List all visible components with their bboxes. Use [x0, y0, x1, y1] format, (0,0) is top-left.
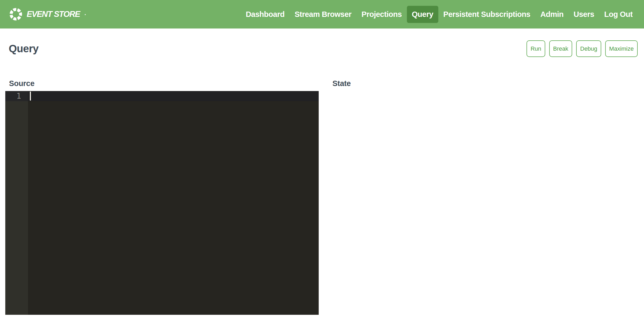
line-number: 1: [5, 91, 28, 101]
nav-item-users[interactable]: Users: [568, 6, 599, 23]
top-navbar: EVENT STORE . Dashboard Stream Browser P…: [0, 0, 644, 28]
editor-gutter: 1: [5, 91, 28, 315]
nav-item-query[interactable]: Query: [407, 6, 438, 23]
state-panel: State: [332, 79, 638, 315]
maximize-button[interactable]: Maximize: [605, 40, 638, 57]
logo-trademark-dot: .: [84, 10, 86, 21]
run-button[interactable]: Run: [527, 40, 545, 57]
source-panel: Source 1: [5, 79, 319, 315]
debug-button[interactable]: Debug: [576, 40, 601, 57]
nav-item-dashboard[interactable]: Dashboard: [241, 6, 290, 23]
event-store-logo[interactable]: EVENT STORE .: [9, 8, 86, 21]
nav-item-persistent-subscriptions[interactable]: Persistent Subscriptions: [438, 6, 535, 23]
page-title: Query: [9, 43, 39, 55]
source-heading: Source: [9, 79, 319, 88]
main-nav: Dashboard Stream Browser Projections Que…: [241, 6, 638, 23]
text-cursor: [30, 92, 31, 101]
state-heading: State: [332, 79, 638, 88]
editor-text-area[interactable]: [28, 91, 319, 315]
logo-text: EVENT STORE: [27, 9, 80, 19]
query-source-editor[interactable]: 1: [5, 91, 319, 315]
nav-item-log-out[interactable]: Log Out: [599, 6, 638, 23]
page-header: Query Run Break Debug Maximize: [0, 28, 644, 57]
nav-item-projections[interactable]: Projections: [356, 6, 407, 23]
break-button[interactable]: Break: [549, 40, 572, 57]
event-store-ring-icon: [9, 8, 22, 21]
state-panel-body: [332, 91, 638, 117]
active-line-highlight: [28, 91, 319, 101]
nav-item-admin[interactable]: Admin: [535, 6, 569, 23]
content-row: Source 1 State: [0, 79, 644, 315]
nav-item-stream-browser[interactable]: Stream Browser: [290, 6, 356, 23]
query-toolbar: Run Break Debug Maximize: [527, 40, 638, 57]
